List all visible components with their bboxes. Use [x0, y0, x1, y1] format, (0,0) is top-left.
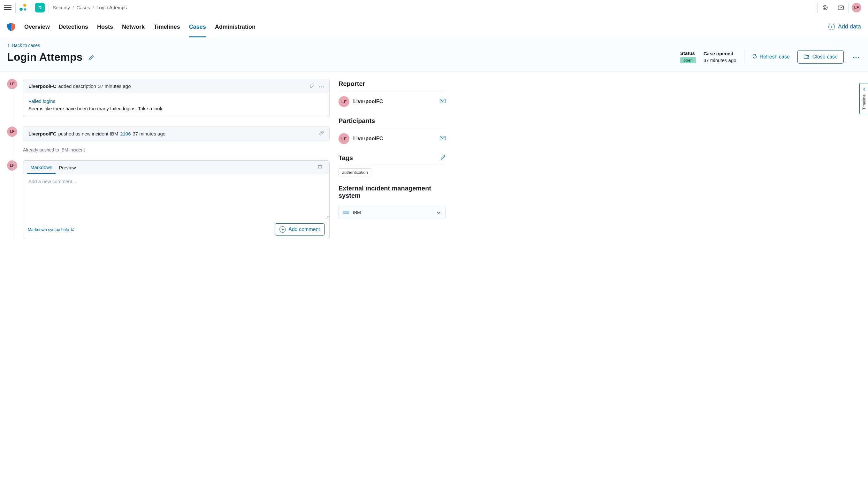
activity-item: LF LiverpoolFC added description 37 minu…	[7, 79, 330, 117]
back-label: Back to cases	[12, 43, 40, 48]
refresh-label: Refresh case	[760, 54, 790, 60]
svg-rect-12	[440, 99, 445, 103]
case-body: LF LiverpoolFC added description 37 minu…	[0, 72, 868, 246]
more-actions-icon[interactable]	[851, 52, 861, 62]
connector-label: IBM	[353, 210, 361, 215]
svg-rect-6	[319, 87, 320, 88]
refresh-case-button[interactable]: Refresh case	[752, 54, 790, 60]
markdown-help-link[interactable]: Markdown syntax help	[28, 227, 74, 232]
tab-network[interactable]: Network	[122, 16, 145, 37]
editor-tabs: Markdown Preview	[23, 161, 329, 174]
tab-hosts[interactable]: Hosts	[97, 16, 113, 37]
activity-action: pushed as new incident IBM	[58, 131, 119, 137]
permalink-icon[interactable]	[319, 131, 324, 137]
svg-point-10	[320, 165, 321, 166]
svg-rect-8	[323, 87, 324, 88]
case-title-text: Login Attemps	[7, 51, 83, 63]
mail-icon[interactable]	[440, 99, 445, 105]
mail-icon[interactable]	[833, 0, 848, 15]
edit-tags-icon[interactable]	[440, 154, 445, 162]
svg-rect-13	[440, 136, 445, 140]
menu-toggle-icon[interactable]	[4, 4, 11, 11]
close-case-button[interactable]: Close case	[798, 50, 844, 64]
mail-icon[interactable]	[440, 136, 445, 142]
comment-textarea[interactable]	[23, 174, 329, 219]
case-title: Login Attemps	[7, 51, 94, 63]
avatar: LF	[852, 3, 861, 12]
top-header: D Security / Cases / Login Attemps LF	[0, 0, 868, 15]
avatar: LF	[7, 161, 17, 171]
elastic-logo[interactable]	[20, 4, 27, 11]
chevron-left-icon	[7, 43, 10, 48]
participant-name: LiverpoolFC	[353, 136, 383, 142]
reporter-heading: Reporter	[339, 80, 445, 91]
edit-title-icon[interactable]	[89, 51, 94, 63]
space-selector[interactable]: D	[35, 3, 45, 12]
security-nav: Overview Detections Hosts Network Timeli…	[0, 15, 868, 38]
comment-editor-row: LF Markdown Preview Markdown syntax help	[7, 161, 330, 239]
participant-user: LF LiverpoolFC	[339, 131, 445, 146]
activity-header: LiverpoolFC added description 37 minutes…	[23, 79, 330, 93]
close-case-label: Close case	[812, 54, 838, 60]
tab-administration[interactable]: Administration	[215, 16, 255, 37]
permalink-icon[interactable]	[309, 83, 315, 89]
avatar: LF	[339, 133, 349, 144]
status-meta: Status open	[680, 51, 696, 63]
separator	[49, 3, 49, 13]
incident-link[interactable]: 2106	[120, 131, 131, 137]
user-avatar[interactable]: LF	[849, 0, 864, 15]
avatar: LF	[7, 79, 17, 89]
tab-cases[interactable]: Cases	[189, 16, 206, 37]
tab-overview[interactable]: Overview	[24, 16, 50, 37]
back-to-cases-link[interactable]: Back to cases	[7, 43, 40, 48]
activity-time: 37 minutes ago	[133, 131, 166, 137]
chevron-left-icon	[863, 87, 865, 92]
add-comment-button[interactable]: + Add comment	[275, 223, 325, 235]
svg-point-11	[321, 165, 322, 166]
svg-point-9	[318, 165, 319, 166]
md-help-label: Markdown syntax help	[28, 227, 69, 232]
security-shield-icon	[7, 23, 15, 31]
chevron-down-icon	[437, 210, 441, 215]
add-comment-label: Add comment	[288, 227, 320, 232]
tab-markdown[interactable]: Markdown	[27, 161, 56, 174]
ibm-logo-icon	[343, 211, 349, 214]
description-text: Seems like there have been too many fail…	[28, 106, 163, 111]
case-header: Back to cases Login Attemps Status open …	[0, 38, 868, 72]
plus-circle-icon: +	[828, 24, 835, 30]
failed-logins-link[interactable]: Failed logins	[28, 98, 55, 104]
status-badge: open	[680, 57, 696, 63]
add-data-button[interactable]: + Add data	[828, 23, 861, 30]
timeline-insert-icon[interactable]	[315, 162, 326, 173]
separator	[15, 3, 16, 13]
tab-preview[interactable]: Preview	[56, 161, 79, 173]
svg-point-0	[823, 5, 828, 10]
svg-rect-7	[321, 87, 322, 88]
participants-heading: Participants	[339, 117, 445, 128]
avatar: LF	[7, 126, 17, 137]
status-label: Status	[680, 51, 696, 56]
connector-select[interactable]: IBM	[339, 206, 445, 219]
reporter-name: LiverpoolFC	[353, 99, 383, 105]
activity-action: added description	[58, 83, 96, 89]
svg-rect-14	[343, 211, 349, 211]
add-data-label: Add data	[838, 23, 861, 30]
separator	[31, 3, 31, 13]
newsfeed-icon[interactable]	[817, 0, 833, 15]
breadcrumb-security[interactable]: Security	[53, 5, 70, 10]
activity-user: LiverpoolFC	[28, 131, 57, 137]
svg-rect-2	[838, 6, 844, 9]
timeline-flyout-tab[interactable]: Timeline	[859, 83, 868, 114]
svg-rect-16	[343, 213, 349, 213]
external-system-heading: External incident management system	[339, 185, 445, 199]
tag-authentication: authentication	[339, 168, 371, 176]
svg-rect-17	[343, 213, 349, 214]
folder-check-icon	[804, 54, 809, 60]
opened-label: Case opened	[704, 51, 737, 56]
breadcrumb-cases[interactable]: Cases	[76, 5, 90, 10]
item-more-icon[interactable]	[319, 83, 324, 89]
tags-heading: Tags	[339, 154, 445, 165]
tab-detections[interactable]: Detections	[59, 16, 88, 37]
nav-tabs: Overview Detections Hosts Network Timeli…	[24, 16, 255, 37]
tab-timelines[interactable]: Timelines	[154, 16, 180, 37]
